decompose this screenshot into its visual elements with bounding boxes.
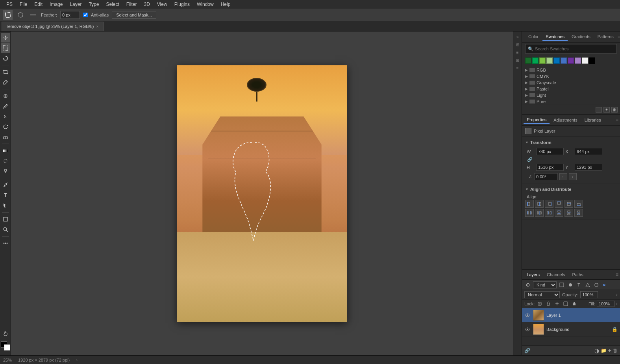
color-swatches[interactable] xyxy=(1,341,10,351)
anti-alias-checkbox[interactable] xyxy=(83,13,88,17)
align-bottom-edges-button[interactable] xyxy=(574,200,583,208)
w-input[interactable] xyxy=(536,148,564,155)
single-row-tool[interactable] xyxy=(28,10,38,20)
opacity-input[interactable] xyxy=(580,291,598,298)
layer-row-background[interactable]: Background 🔒 xyxy=(522,322,620,336)
shape-filter-button[interactable] xyxy=(584,281,591,288)
fill-more-button[interactable]: › xyxy=(616,301,618,307)
path-selection-tool[interactable] xyxy=(1,201,10,210)
photo-background[interactable] xyxy=(177,65,347,322)
swatch-green[interactable] xyxy=(532,57,539,64)
swatch-group-pastel[interactable]: ▶ Pastel xyxy=(525,87,617,91)
swatch-group-rgb[interactable]: ▶ RGB xyxy=(525,68,617,72)
swatch-medblue[interactable] xyxy=(561,57,567,64)
layers-menu-button[interactable]: ≡ xyxy=(616,272,618,277)
properties-menu-button[interactable]: ≡ xyxy=(616,117,618,123)
hand-tool[interactable] xyxy=(1,329,10,338)
menu-window[interactable]: Window xyxy=(194,1,217,8)
transform-section-header[interactable]: ▼ Transform xyxy=(525,138,617,147)
distribute-center-h-button[interactable] xyxy=(535,209,544,217)
extra-tools[interactable] xyxy=(1,238,10,248)
lock-artboard-button[interactable] xyxy=(562,301,569,307)
menu-edit[interactable]: Edit xyxy=(31,1,46,8)
flip-horizontal-button[interactable]: ↔ xyxy=(559,173,567,180)
menu-file[interactable]: File xyxy=(17,1,30,8)
eyedropper-tool[interactable] xyxy=(1,78,10,87)
zoom-tool[interactable] xyxy=(1,225,10,234)
angle-input[interactable] xyxy=(534,173,558,180)
tab-close-button[interactable]: × xyxy=(96,24,99,29)
swatch-blue[interactable] xyxy=(553,57,560,64)
tab-layers[interactable]: Layers xyxy=(524,271,543,278)
pen-tool[interactable] xyxy=(1,180,10,190)
gradient-tool[interactable] xyxy=(1,146,10,155)
y-input[interactable] xyxy=(575,164,602,171)
blur-tool[interactable] xyxy=(1,156,10,166)
select-and-mask-button[interactable]: Select and Mask... xyxy=(112,11,156,19)
collapse-panel-button[interactable]: « xyxy=(514,33,521,40)
new-group-button[interactable] xyxy=(596,107,602,113)
status-arrow[interactable]: › xyxy=(76,358,78,362)
fill-input[interactable] xyxy=(597,301,614,307)
distribute-bottom-button[interactable] xyxy=(574,209,583,217)
feather-input[interactable] xyxy=(60,11,80,19)
distribute-left-button[interactable] xyxy=(525,209,534,217)
swatch-group-pure[interactable]: ▶ Pure xyxy=(525,99,617,104)
delete-layer-button[interactable]: 🗑 xyxy=(613,348,618,353)
align-right-edges-button[interactable] xyxy=(545,200,553,208)
menu-layer[interactable]: Layer xyxy=(67,1,85,8)
tab-libraries[interactable]: Libraries xyxy=(581,116,604,124)
tab-paths[interactable]: Paths xyxy=(569,271,587,278)
swatch-black[interactable] xyxy=(589,57,595,64)
menu-view[interactable]: View xyxy=(154,1,170,8)
panel-options-3[interactable]: ⊞ xyxy=(514,57,521,64)
layer-kind-select[interactable]: Kind xyxy=(533,281,557,288)
lock-transparent-button[interactable] xyxy=(536,301,543,307)
text-filter-button[interactable]: T xyxy=(576,281,583,288)
lasso-tool[interactable] xyxy=(1,54,10,63)
align-center-vertical-button[interactable] xyxy=(564,200,573,208)
lock-all-button[interactable] xyxy=(571,301,578,307)
panel-options-1[interactable]: ⊞ xyxy=(514,41,521,48)
swatch-darkgreen[interactable] xyxy=(525,57,531,64)
layer-link-button[interactable]: 🔗 xyxy=(524,348,530,353)
healing-brush-tool[interactable] xyxy=(1,91,10,101)
text-tool[interactable]: T xyxy=(1,190,10,200)
eraser-tool[interactable] xyxy=(1,132,10,142)
swatch-palegreen[interactable] xyxy=(546,57,553,64)
distribute-center-v-button[interactable] xyxy=(564,209,573,217)
tab-color[interactable]: Color xyxy=(525,33,542,41)
menu-image[interactable]: Image xyxy=(46,1,66,8)
selection-tool[interactable] xyxy=(1,43,10,53)
swatch-purple[interactable] xyxy=(568,57,574,64)
tab-properties[interactable]: Properties xyxy=(524,116,550,124)
align-center-horizontal-button[interactable] xyxy=(535,200,544,208)
align-section-header[interactable]: ▼ Align and Distribute xyxy=(525,185,617,194)
new-swatch-button[interactable]: + xyxy=(603,107,610,113)
dodge-tool[interactable] xyxy=(1,166,10,176)
tab-gradients[interactable]: Gradients xyxy=(568,33,594,41)
distribute-right-button[interactable] xyxy=(545,209,553,217)
menu-select[interactable]: Select xyxy=(103,1,122,8)
pixel-filter-button[interactable] xyxy=(558,281,565,288)
adjustment-filter-button[interactable] xyxy=(567,281,574,288)
align-top-edges-button[interactable] xyxy=(555,200,563,208)
new-layer-button[interactable]: + xyxy=(608,347,611,354)
swatches-search-input[interactable] xyxy=(535,46,614,51)
layer-row-layer1[interactable]: Layer 1 xyxy=(522,308,620,322)
layers-more-button[interactable]: › xyxy=(616,292,618,297)
tab-swatches[interactable]: Swatches xyxy=(542,33,568,41)
shape-tool[interactable] xyxy=(1,214,10,224)
menu-3d[interactable]: 3D xyxy=(141,1,153,8)
crop-tool[interactable] xyxy=(1,67,10,77)
align-left-edges-button[interactable] xyxy=(525,200,534,208)
history-brush-tool[interactable] xyxy=(1,122,10,131)
lock-position-button[interactable] xyxy=(553,301,561,307)
delete-swatch-button[interactable]: 🗑 xyxy=(611,107,618,113)
swatch-group-light[interactable]: ▶ Light xyxy=(525,93,617,98)
menu-help[interactable]: Help xyxy=(218,1,234,8)
background-visibility-button[interactable] xyxy=(524,326,531,333)
filter-effect-button[interactable] xyxy=(601,281,609,288)
document-tab[interactable]: remove object 1.jpg @ 25% (Layer 1, RGB/… xyxy=(2,22,104,31)
tab-channels[interactable]: Channels xyxy=(544,271,568,278)
